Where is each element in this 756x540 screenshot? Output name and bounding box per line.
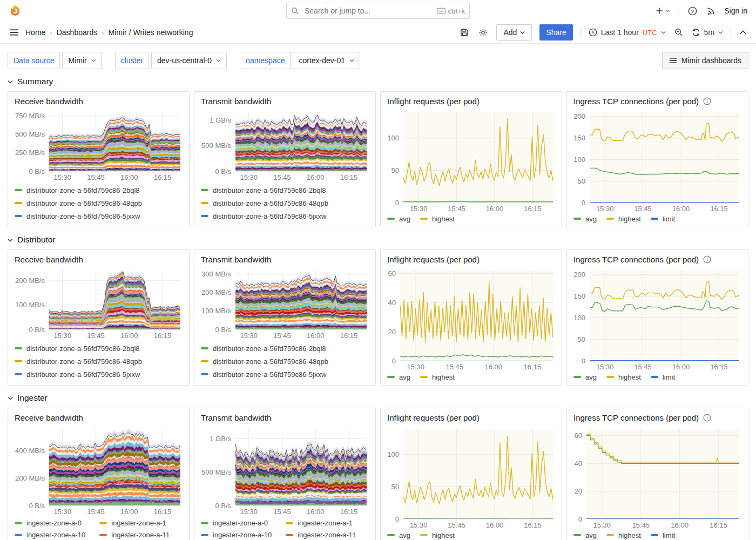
news-button[interactable] (706, 5, 717, 16)
chart-area[interactable]: 20015010050015:3015:4516:0016:15 (567, 107, 748, 214)
legend-item[interactable]: distributor-zone-a-56fd759c86-5jxxw (15, 210, 183, 222)
sign-in-button[interactable]: Sign in (724, 6, 747, 15)
legend-item[interactable]: avg (573, 215, 597, 223)
panel-title[interactable]: Ingress TCP connections (per pod) (573, 413, 699, 422)
panel-title[interactable]: Transmit bandwidth (201, 97, 271, 106)
legend-item[interactable]: avg (387, 531, 410, 539)
chart-area[interactable]: 10050015:3015:4516:0016:15 (381, 107, 562, 214)
legend-item[interactable]: avg (387, 373, 410, 381)
chart-area[interactable]: 200 MB/s100 MB/s0 B/s15:3015:4516:0016:1… (8, 265, 189, 341)
legend-item[interactable]: ingester-zone-a-1 (99, 519, 170, 527)
info-icon[interactable] (703, 414, 711, 422)
legend-item[interactable]: distributor-zone-a-56fd759c86-2bql8 (201, 342, 369, 355)
legend-item[interactable]: ingester-zone-a-10 (15, 531, 85, 539)
save-dashboard-button[interactable] (459, 27, 470, 38)
panel-title[interactable]: Inflight requests (per pod) (387, 97, 480, 106)
legend-item[interactable]: ingester-zone-a-11 (99, 531, 170, 539)
datasource-select[interactable]: Mimir (62, 52, 102, 69)
refresh-picker[interactable]: 5m (692, 28, 723, 37)
dashboard-settings-button[interactable] (477, 27, 489, 38)
time-series-chart[interactable]: 300 MB/s200 MB/s100 MB/s0 B/s15:3015:451… (198, 266, 371, 341)
legend-item[interactable]: ingester-zone-a-1 (286, 519, 356, 527)
chart-area[interactable]: 10050015:3015:4516:0016:15 (381, 423, 562, 530)
menu-toggle-button[interactable] (9, 28, 20, 37)
panel-title[interactable]: Inflight requests (per pod) (387, 255, 480, 264)
share-button[interactable]: Share (539, 24, 572, 40)
time-series-chart[interactable]: 604020015:3015:4516:0016:15 (384, 266, 557, 372)
mimir-dashboards-button[interactable]: Mimir dashboards (662, 52, 748, 69)
info-icon[interactable] (703, 97, 711, 105)
legend-item[interactable]: highest (420, 373, 455, 381)
panel-legend: ingester-zone-a-0ingester-zone-a-1ingest… (194, 517, 375, 540)
panel-title[interactable]: Receive bandwidth (15, 255, 83, 264)
legend-item[interactable]: distributor-zone-a-56fd759c86-5jxxw (201, 210, 369, 222)
legend-item[interactable]: highest (420, 531, 455, 539)
row-header-ingester[interactable]: Ingester (8, 393, 748, 403)
legend-item[interactable]: highest (606, 531, 641, 539)
legend-item[interactable]: distributor-zone-a-56fd759c86-48qpb (201, 355, 369, 368)
legend-item[interactable]: ingester-zone-a-11 (286, 531, 356, 539)
chart-area[interactable]: 20015010050015:3015:4516:0016:15 (567, 265, 748, 372)
panel-title[interactable]: Transmit bandwidth (201, 413, 271, 422)
panel-title[interactable]: Transmit bandwidth (201, 255, 271, 264)
breadcrumb-home[interactable]: Home (25, 28, 45, 37)
search-box[interactable]: ctrl+k (286, 3, 470, 19)
time-series-chart[interactable]: 750 MB/s500 MB/s250 MB/s0 B/s15:3015:451… (11, 108, 185, 183)
time-series-chart[interactable]: 1 GB/s500 MB/s0 B/s15:3015:4516:0016:15 (198, 424, 371, 517)
help-button[interactable]: ? (687, 5, 698, 17)
legend-item[interactable]: distributor-zone-a-56fd759c86-2bql8 (201, 184, 369, 197)
time-series-chart[interactable]: 200 MB/s100 MB/s0 B/s15:3015:4516:0016:1… (11, 266, 185, 341)
search-input[interactable] (303, 6, 433, 16)
legend-item[interactable]: highest (606, 215, 641, 223)
info-icon[interactable] (703, 255, 711, 264)
time-series-chart[interactable]: 400 MB/s200 MB/s0 B/s15:3015:4516:0016:1… (11, 424, 185, 517)
zoom-out-time-button[interactable] (673, 27, 684, 38)
new-menu-button[interactable] (654, 5, 671, 16)
legend-item[interactable]: distributor-zone-a-56fd759c86-48qpb (15, 197, 183, 210)
chart-area[interactable]: 750 MB/s500 MB/s250 MB/s0 B/s15:3015:451… (8, 107, 189, 183)
legend-item[interactable]: limit (651, 215, 675, 223)
legend-item[interactable]: ingester-zone-a-0 (15, 519, 85, 527)
legend-item[interactable]: avg (573, 531, 597, 539)
legend-item[interactable]: highest (606, 373, 641, 381)
time-series-chart[interactable]: 1 GB/s500 MB/s0 B/s15:3015:4516:0016:15 (198, 108, 371, 183)
legend-item[interactable]: limit (651, 531, 675, 539)
collapse-toolbar-button[interactable] (739, 29, 747, 36)
breadcrumb-dashboards[interactable]: Dashboards (57, 28, 98, 37)
add-panel-button[interactable]: Add (496, 24, 532, 40)
legend-item[interactable]: distributor-zone-a-56fd759c86-5jxxw (15, 368, 183, 381)
time-range-picker[interactable]: Last 1 hour UTC (589, 28, 666, 37)
time-series-chart[interactable]: 604020015:3015:4516:0016:15 (570, 424, 744, 530)
legend-item[interactable]: distributor-zone-a-56fd759c86-2bql8 (15, 184, 183, 197)
time-series-chart[interactable]: 10050015:3015:4516:0016:15 (384, 108, 557, 214)
chart-area[interactable]: 1 GB/s500 MB/s0 B/s15:3015:4516:0016:15 (194, 423, 375, 517)
legend-item[interactable]: ingester-zone-a-10 (201, 531, 272, 539)
legend-item[interactable]: avg (387, 215, 410, 223)
legend-item[interactable]: limit (651, 373, 675, 381)
time-series-chart[interactable]: 10050015:3015:4516:0016:15 (384, 424, 557, 530)
namespace-select[interactable]: cortex-dev-01 (293, 52, 360, 69)
panel-title[interactable]: Inflight requests (per pod) (387, 413, 480, 422)
legend-item[interactable]: distributor-zone-a-56fd759c86-48qpb (15, 355, 183, 368)
legend-item[interactable]: distributor-zone-a-56fd759c86-5jxxw (201, 368, 369, 381)
panel-title[interactable]: Receive bandwidth (15, 413, 83, 422)
time-series-chart[interactable]: 20015010050015:3015:4516:0016:15 (570, 266, 744, 372)
chart-area[interactable]: 1 GB/s500 MB/s0 B/s15:3015:4516:0016:15 (194, 107, 375, 183)
panel-title[interactable]: Ingress TCP connections (per pod) (573, 97, 699, 106)
legend-item[interactable]: distributor-zone-a-56fd759c86-48qpb (201, 197, 369, 210)
chart-area[interactable]: 400 MB/s200 MB/s0 B/s15:3015:4516:0016:1… (8, 423, 189, 517)
chart-area[interactable]: 604020015:3015:4516:0016:15 (567, 423, 748, 530)
legend-item[interactable]: ingester-zone-a-0 (201, 519, 272, 527)
grafana-logo-icon[interactable] (9, 4, 22, 17)
row-header-distributor[interactable]: Distributor (8, 235, 748, 245)
panel-title[interactable]: Receive bandwidth (15, 97, 83, 106)
chart-area[interactable]: 604020015:3015:4516:0016:15 (381, 265, 562, 372)
legend-item[interactable]: distributor-zone-a-56fd759c86-2bql8 (15, 342, 183, 355)
chart-area[interactable]: 300 MB/s200 MB/s100 MB/s0 B/s15:3015:451… (194, 265, 375, 341)
time-series-chart[interactable]: 20015010050015:3015:4516:0016:15 (570, 108, 744, 214)
legend-item[interactable]: highest (420, 215, 455, 223)
cluster-select[interactable]: dev-us-central-0 (151, 52, 227, 69)
row-header-summary[interactable]: Summary (8, 77, 748, 86)
legend-item[interactable]: avg (573, 373, 597, 381)
panel-title[interactable]: Ingress TCP connections (per pod) (573, 255, 699, 264)
